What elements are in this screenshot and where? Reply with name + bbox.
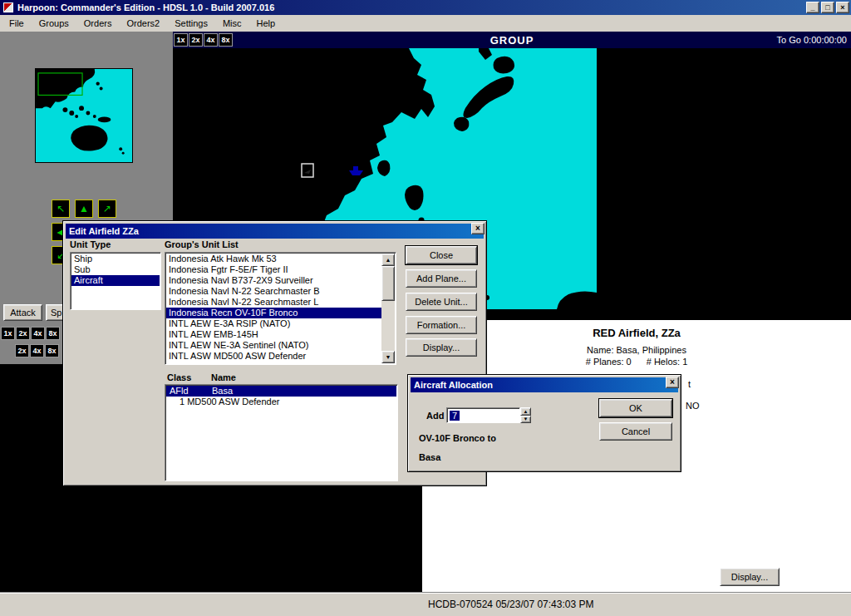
menu-item-misc[interactable]: Misc (215, 17, 249, 30)
vertical-scrollbar[interactable]: ▲ ▼ (381, 254, 395, 363)
zoom-4x-button[interactable]: 4x (30, 344, 44, 357)
restore-icon[interactable]: □ (821, 2, 834, 13)
zoom-8x-button[interactable]: 8x (46, 327, 60, 340)
unit-list-item[interactable]: Indonesia Navl B737-2X9 Surveiller (166, 275, 381, 286)
add-plane-button[interactable]: Add Plane... (406, 269, 477, 288)
unit-list-item[interactable]: Indonesia Navl N-22 Searchmaster B (166, 286, 381, 297)
application-window: Harpoon: Commander's Edition - HDSL 1.0 … (0, 0, 851, 616)
class-column-label: Class (167, 372, 191, 382)
group-member-row-selected[interactable]: AFld Basa (166, 386, 396, 397)
spinner-down-icon[interactable]: ▼ (520, 416, 531, 424)
pan-up-icon[interactable]: ▲ (75, 200, 93, 218)
window-titlebar: Harpoon: Commander's Edition - HDSL 1.0 … (0, 0, 851, 15)
count-spinner: ▲ ▼ (520, 407, 531, 423)
unit-list-item[interactable]: INTL ASW MD500 ASW Defender (166, 351, 381, 362)
zoom-row-2: 2x 4x 8x (15, 344, 59, 357)
zoom-1x-button[interactable]: 1x (1, 327, 15, 340)
menu-bar: File Groups Orders Orders2 Settings Misc… (0, 15, 851, 32)
unit-type-listbox[interactable]: Ship Sub Aircraft (70, 252, 161, 310)
window-title: Harpoon: Commander's Edition - HDSL 1.0 … (17, 2, 274, 12)
attack-button[interactable]: Attack (3, 304, 42, 321)
menu-item-help[interactable]: Help (249, 17, 283, 30)
pan-up-right-icon[interactable]: ↗ (98, 200, 116, 218)
pan-up-left-icon[interactable]: ↖ (52, 200, 70, 218)
allocation-target-line2: Basa (419, 452, 440, 462)
cancel-button[interactable]: Cancel (599, 422, 672, 441)
unit-list-item[interactable]: INTL AEW EMB-145H (166, 329, 381, 340)
group-bar-title: GROUP (173, 32, 851, 48)
status-bar: HCDB-070524 05/23/07 07:43:03 PM (0, 592, 851, 616)
planes-count: # Planes: 0 (586, 357, 632, 367)
menu-item-orders2[interactable]: Orders2 (119, 17, 167, 30)
zoom-row-1: 1x 2x 4x 8x (1, 327, 60, 340)
truncated-text-fragment: NO (686, 401, 700, 411)
unit-list-item-selected[interactable]: Indonesia Recn OV-10F Bronco (166, 308, 381, 318)
allocation-target-line1: OV-10F Bronco to (419, 433, 496, 443)
menu-item-settings[interactable]: Settings (167, 17, 215, 30)
scroll-up-icon[interactable]: ▲ (381, 254, 395, 266)
minimize-icon[interactable]: _ (806, 2, 819, 13)
list-item[interactable]: Ship (71, 254, 160, 264)
name-column-label: Name (211, 372, 236, 382)
helos-count: # Helos: 1 (647, 357, 688, 367)
menu-item-file[interactable]: File (2, 17, 32, 30)
list-item[interactable]: Sub (71, 264, 160, 275)
world-minimap-graphic (36, 69, 132, 162)
unit-list-label: Group's Unit List (165, 239, 239, 249)
display-button[interactable]: Display... (720, 568, 780, 586)
add-count-input[interactable]: 7 (446, 407, 520, 423)
add-count-value: 7 (450, 411, 460, 421)
unit-list-item[interactable]: Indonesia Fgtr F-5E/F Tiger II (166, 264, 381, 275)
time-to-go: To Go 0:00:00:00 (777, 32, 847, 48)
spinner-up-icon[interactable]: ▲ (520, 407, 531, 416)
scroll-down-icon[interactable]: ▼ (381, 351, 395, 363)
aircraft-allocation-dialog: Aircraft Allocation × Add 7 ▲ ▼ OK Cance… (407, 374, 681, 472)
minimap-landmass (36, 69, 125, 155)
zoom-2x-button[interactable]: 2x (16, 327, 30, 340)
add-label: Add (426, 411, 444, 421)
zoom-4x-button[interactable]: 4x (31, 327, 45, 340)
close-button[interactable]: Close (406, 246, 477, 264)
delete-unit-button[interactable]: Delete Unit... (406, 293, 477, 311)
close-icon[interactable]: × (836, 2, 849, 13)
dialog-title: Aircraft Allocation (414, 380, 493, 390)
unit-list-item[interactable]: INTL AEW E-3A RSIP (NATO) (166, 318, 381, 329)
close-icon[interactable]: × (471, 223, 485, 234)
dialog-title: Edit Airfield ZZa (69, 226, 139, 236)
menu-item-groups[interactable]: Groups (32, 17, 76, 30)
scrollbar-thumb[interactable] (381, 266, 395, 301)
window-controls: _ □ × (806, 2, 849, 13)
unit-type-label: Unit Type (70, 239, 111, 249)
close-icon[interactable]: × (666, 377, 679, 388)
group-unit-listbox[interactable]: Indonesia Atk Hawk Mk 53 Indonesia Fgtr … (165, 252, 396, 365)
app-icon (3, 2, 13, 12)
zoom-2x-button[interactable]: 2x (15, 344, 29, 357)
member-name: Basa (212, 386, 233, 397)
menu-item-orders[interactable]: Orders (76, 17, 120, 30)
member-class: AFld (169, 386, 212, 397)
list-item-selected[interactable]: Aircraft (71, 275, 160, 286)
display-button[interactable]: Display... (406, 338, 477, 357)
group-bar: 1x 2x 4x 8x GROUP To Go 0:00:00:00 (173, 32, 851, 48)
group-members-listbox[interactable]: AFld Basa 1 MD500 ASW Defender (165, 384, 398, 481)
dialog-titlebar[interactable]: Edit Airfield ZZa (66, 224, 484, 239)
zoom-8x-button[interactable]: 8x (45, 344, 59, 357)
status-text: HCDB-070524 05/23/07 07:43:03 PM (428, 599, 593, 610)
formation-button[interactable]: Formation... (406, 316, 477, 334)
unit-list-item[interactable]: INTL AEW NE-3A Sentinel (NATO) (166, 340, 381, 351)
world-minimap[interactable] (35, 68, 133, 163)
group-member-row[interactable]: 1 MD500 ASW Defender (166, 397, 396, 407)
ok-button[interactable]: OK (599, 399, 672, 417)
truncated-text-fragment: t (688, 379, 691, 389)
dialog-titlebar[interactable]: Aircraft Allocation (411, 377, 678, 392)
unit-list-item[interactable]: Indonesia Navl N-22 Searchmaster L (166, 297, 381, 308)
unit-list-item[interactable]: Indonesia Atk Hawk Mk 53 (166, 254, 381, 264)
